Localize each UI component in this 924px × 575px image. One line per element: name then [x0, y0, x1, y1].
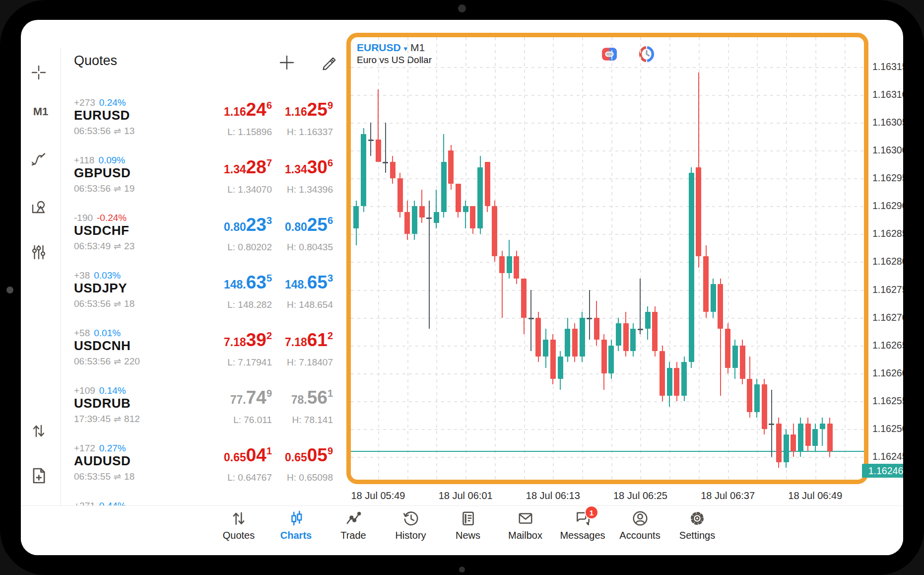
high-label: H: 148.654 — [287, 299, 333, 310]
symbol-label: USDRUB — [74, 396, 131, 411]
app-screen: M1 Quotes +2730.24%EURUSD06:53:56⇌131.16… — [21, 20, 903, 555]
quote-time: 06:53:56⇌13 — [74, 126, 134, 137]
nav-item-quotes[interactable]: Quotes — [209, 509, 268, 554]
price-axis-label: 1.16300 — [872, 144, 903, 156]
price-axis-label: 1.16310 — [872, 89, 903, 100]
spread-icon: ⇌ — [114, 414, 121, 424]
nav-label: News — [438, 530, 498, 541]
low-label: L: 0.64767 — [227, 472, 272, 483]
quote-time: 06:53:56⇌19 — [74, 183, 134, 194]
transfer-arrows-icon[interactable] — [29, 421, 49, 441]
bottom-navigation: QuotesChartsTradeHistoryNewsMailbox1Mess… — [21, 506, 903, 555]
v-gridline — [407, 37, 408, 480]
high-label: H: 0.65098 — [287, 472, 333, 483]
nav-label: History — [381, 530, 441, 541]
high-label: H: 78.141 — [292, 415, 333, 426]
news-icon — [459, 510, 477, 529]
quote-row-USDCHF[interactable]: -190-0.24%USDCHF06:53:49⇌230.802330.8025… — [61, 213, 343, 270]
nav-item-news[interactable]: News — [438, 509, 498, 554]
front-camera-dot — [458, 4, 466, 12]
one-click-trading-icon[interactable] — [601, 47, 617, 63]
objects-icon[interactable] — [29, 198, 49, 217]
ask-price: 0.80256 — [285, 215, 333, 235]
v-gridline — [815, 37, 816, 480]
nav-item-messages[interactable]: 1Messages — [553, 509, 612, 554]
chart-description: Euro vs US Dollar — [357, 54, 432, 66]
nav-item-settings[interactable]: Settings — [667, 509, 727, 554]
indicators-icon[interactable] — [29, 150, 49, 170]
price-axis-label: 1.16260 — [872, 367, 903, 379]
time-axis-label: 18 Jul 05:49 — [333, 490, 423, 502]
nav-item-trade[interactable]: Trade — [324, 509, 383, 554]
messages-icon: 1 — [573, 510, 592, 529]
quotes-title: Quotes — [74, 53, 117, 69]
time-axis-label: 18 Jul 06:25 — [595, 490, 685, 502]
quote-row-GBPUSD[interactable]: +1180.09%GBPUSD06:53:56⇌191.342871.34306… — [61, 155, 343, 213]
quote-row-USDCNH[interactable]: +580.01%USDCNH06:53:56⇌2207.183927.18612… — [61, 328, 343, 385]
price-axis-label: 1.16270 — [872, 312, 903, 323]
v-gridline — [640, 37, 641, 480]
quote-time: 06:53:55⇌18 — [74, 471, 134, 482]
time-axis-label: 18 Jul 06:01 — [421, 490, 510, 502]
bid-price: 7.18392 — [224, 330, 272, 351]
new-order-icon[interactable] — [29, 466, 49, 486]
time-axis-label: 18 Jul 06:13 — [508, 490, 597, 502]
bid-price: 148.635 — [224, 272, 272, 293]
symbol-label: USDCHF — [74, 223, 129, 238]
high-label: H: 7.18407 — [287, 357, 333, 368]
v-gridline — [786, 37, 787, 480]
candlestick-chart[interactable]: EURUSD ▾ M1 Euro vs US Dollar — [351, 37, 864, 480]
quote-time: 17:39:45⇌812 — [74, 414, 140, 425]
add-symbol-button[interactable] — [278, 54, 295, 71]
symbol-label: EURUSD — [74, 108, 130, 123]
v-gridline — [728, 37, 729, 480]
quote-row-USDJPY[interactable]: +380.03%USDJPY06:53:56⇌18148.635148.653L… — [61, 270, 343, 328]
settings-gear-icon — [688, 510, 707, 529]
ask-price: 0.65059 — [285, 445, 333, 466]
quote-row-AUDUSD[interactable]: +1720.27%AUDUSD06:53:55⇌180.650410.65059… — [61, 443, 343, 501]
accounts-icon — [631, 510, 650, 529]
quote-time: 06:53:56⇌18 — [74, 298, 134, 309]
nav-label: Trade — [324, 530, 383, 541]
unread-badge: 1 — [585, 505, 598, 519]
bid-price: 1.34287 — [224, 157, 272, 178]
chart-settings-sliders-icon[interactable] — [29, 242, 49, 262]
chart-candles-icon — [287, 510, 306, 529]
spread-icon: ⇌ — [114, 472, 121, 482]
quote-row-USDRUB[interactable]: +1090.14%USDRUB17:39:45⇌81277.74978.561L… — [61, 385, 343, 443]
nav-item-charts[interactable]: Charts — [266, 509, 326, 554]
low-label: L: 1.15896 — [227, 127, 272, 138]
nav-label: Charts — [266, 530, 326, 541]
timeframe-button[interactable]: M1 — [21, 105, 61, 118]
change-label: +1720.27% — [74, 443, 126, 454]
ask-price: 78.561 — [291, 387, 333, 408]
nav-item-history[interactable]: History — [381, 509, 441, 554]
spread-icon: ⇌ — [114, 241, 121, 251]
v-gridline — [524, 37, 525, 480]
price-axis-label: 1.16255 — [872, 395, 903, 407]
change-label: +1180.09% — [74, 155, 125, 166]
trade-line-icon — [344, 510, 363, 529]
ask-price: 1.34306 — [285, 157, 333, 178]
edit-symbols-button[interactable] — [320, 54, 337, 71]
bid-price: 0.80233 — [224, 215, 272, 235]
low-label: L: 1.34070 — [227, 184, 272, 195]
bid-price: 77.749 — [230, 387, 272, 408]
price-axis-label: 1.16315 — [872, 61, 903, 72]
v-gridline — [611, 37, 612, 480]
change-label: -190-0.24% — [74, 213, 127, 223]
change-label: +580.01% — [74, 328, 121, 339]
bid-price: 0.65041 — [224, 445, 272, 466]
quote-row-EURUSD[interactable]: +2730.24%EURUSD06:53:56⇌131.162461.16259… — [61, 97, 343, 155]
nav-item-accounts[interactable]: Accounts — [610, 509, 670, 554]
ask-price: 1.16259 — [285, 99, 333, 120]
price-axis-label: 1.16280 — [872, 256, 903, 267]
price-axis-label: 1.16290 — [872, 200, 903, 212]
spread-icon: ⇌ — [114, 299, 121, 309]
v-gridline — [845, 37, 846, 480]
v-gridline — [582, 37, 583, 480]
nav-label: Settings — [667, 530, 727, 541]
low-label: L: 0.80202 — [227, 242, 272, 253]
crosshair-icon[interactable] — [29, 63, 49, 82]
nav-item-mailbox[interactable]: Mailbox — [496, 509, 555, 554]
